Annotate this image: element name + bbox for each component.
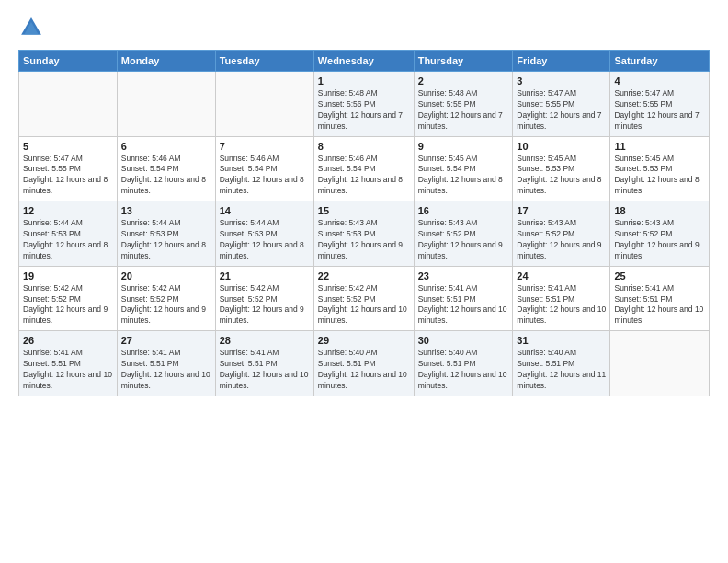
calendar-cell: 25Sunrise: 5:41 AMSunset: 5:51 PMDayligh…	[610, 266, 710, 331]
calendar-cell: 10Sunrise: 5:45 AMSunset: 5:53 PMDayligh…	[513, 136, 610, 201]
day-info: Sunrise: 5:47 AMSunset: 5:55 PMDaylight:…	[23, 154, 113, 198]
calendar-cell: 4Sunrise: 5:47 AMSunset: 5:55 PMDaylight…	[610, 72, 710, 137]
calendar-cell: 26Sunrise: 5:41 AMSunset: 5:51 PMDayligh…	[19, 331, 118, 396]
day-info: Sunrise: 5:41 AMSunset: 5:51 PMDaylight:…	[23, 348, 113, 392]
calendar-cell: 19Sunrise: 5:42 AMSunset: 5:52 PMDayligh…	[19, 266, 118, 331]
calendar-cell: 14Sunrise: 5:44 AMSunset: 5:53 PMDayligh…	[215, 201, 313, 267]
day-info: Sunrise: 5:46 AMSunset: 5:54 PMDaylight:…	[220, 154, 310, 198]
day-number: 30	[418, 335, 509, 346]
day-number: 25	[614, 270, 705, 282]
day-number: 2	[418, 75, 509, 86]
calendar-cell: 1Sunrise: 5:48 AMSunset: 5:56 PMDaylight…	[313, 72, 414, 137]
calendar-cell	[215, 72, 313, 137]
day-number: 13	[121, 205, 211, 216]
day-info: Sunrise: 5:43 AMSunset: 5:52 PMDaylight:…	[614, 218, 705, 262]
weekday-header: Monday	[117, 51, 215, 72]
day-info: Sunrise: 5:43 AMSunset: 5:52 PMDaylight:…	[517, 218, 606, 262]
calendar-week-row: 1Sunrise: 5:48 AMSunset: 5:56 PMDaylight…	[19, 72, 710, 137]
day-number: 22	[318, 270, 410, 282]
day-number: 10	[517, 141, 606, 152]
calendar-cell	[610, 331, 710, 396]
calendar-cell: 2Sunrise: 5:48 AMSunset: 5:55 PMDaylight…	[414, 72, 513, 137]
day-info: Sunrise: 5:40 AMSunset: 5:51 PMDaylight:…	[318, 348, 410, 392]
calendar-cell: 31Sunrise: 5:40 AMSunset: 5:51 PMDayligh…	[513, 331, 610, 396]
calendar-cell: 17Sunrise: 5:43 AMSunset: 5:52 PMDayligh…	[513, 201, 610, 267]
header	[18, 15, 710, 40]
calendar-week-row: 26Sunrise: 5:41 AMSunset: 5:51 PMDayligh…	[19, 331, 710, 396]
calendar-week-row: 12Sunrise: 5:44 AMSunset: 5:53 PMDayligh…	[19, 201, 710, 267]
day-info: Sunrise: 5:46 AMSunset: 5:54 PMDaylight:…	[121, 154, 211, 198]
day-number: 6	[121, 141, 211, 152]
calendar-cell: 15Sunrise: 5:43 AMSunset: 5:53 PMDayligh…	[313, 201, 414, 267]
calendar-table: SundayMondayTuesdayWednesdayThursdayFrid…	[18, 50, 710, 396]
calendar-cell: 18Sunrise: 5:43 AMSunset: 5:52 PMDayligh…	[610, 201, 710, 267]
day-number: 1	[318, 75, 410, 86]
day-number: 12	[23, 205, 113, 216]
day-number: 24	[517, 270, 606, 282]
day-number: 23	[418, 270, 509, 282]
day-number: 3	[517, 75, 606, 86]
day-info: Sunrise: 5:44 AMSunset: 5:53 PMDaylight:…	[121, 218, 211, 262]
day-info: Sunrise: 5:46 AMSunset: 5:54 PMDaylight:…	[318, 154, 410, 198]
calendar-cell: 6Sunrise: 5:46 AMSunset: 5:54 PMDaylight…	[117, 136, 215, 201]
day-info: Sunrise: 5:41 AMSunset: 5:51 PMDaylight:…	[121, 348, 211, 392]
day-info: Sunrise: 5:41 AMSunset: 5:51 PMDaylight:…	[517, 283, 606, 327]
day-number: 5	[23, 141, 113, 152]
weekday-header: Friday	[513, 51, 610, 72]
weekday-header: Tuesday	[215, 51, 313, 72]
day-number: 18	[614, 205, 705, 216]
weekday-header: Wednesday	[313, 51, 414, 72]
weekday-header: Sunday	[19, 51, 118, 72]
calendar-cell: 27Sunrise: 5:41 AMSunset: 5:51 PMDayligh…	[117, 331, 215, 396]
day-number: 29	[318, 335, 410, 346]
day-info: Sunrise: 5:44 AMSunset: 5:53 PMDaylight:…	[220, 218, 310, 262]
day-info: Sunrise: 5:44 AMSunset: 5:53 PMDaylight:…	[23, 218, 113, 262]
calendar-cell: 5Sunrise: 5:47 AMSunset: 5:55 PMDaylight…	[19, 136, 118, 201]
day-number: 27	[121, 335, 211, 346]
day-number: 4	[614, 75, 705, 86]
calendar-cell: 8Sunrise: 5:46 AMSunset: 5:54 PMDaylight…	[313, 136, 414, 201]
calendar-cell: 3Sunrise: 5:47 AMSunset: 5:55 PMDaylight…	[513, 72, 610, 137]
day-info: Sunrise: 5:47 AMSunset: 5:55 PMDaylight:…	[614, 88, 705, 132]
calendar-cell: 22Sunrise: 5:42 AMSunset: 5:52 PMDayligh…	[313, 266, 414, 331]
day-info: Sunrise: 5:45 AMSunset: 5:53 PMDaylight:…	[517, 154, 606, 198]
day-number: 31	[517, 335, 606, 346]
calendar-cell: 7Sunrise: 5:46 AMSunset: 5:54 PMDaylight…	[215, 136, 313, 201]
calendar-cell: 21Sunrise: 5:42 AMSunset: 5:52 PMDayligh…	[215, 266, 313, 331]
weekday-header: Thursday	[414, 51, 513, 72]
calendar-cell: 23Sunrise: 5:41 AMSunset: 5:51 PMDayligh…	[414, 266, 513, 331]
weekday-row: SundayMondayTuesdayWednesdayThursdayFrid…	[19, 51, 710, 72]
calendar-cell: 13Sunrise: 5:44 AMSunset: 5:53 PMDayligh…	[117, 201, 215, 267]
calendar-cell	[19, 72, 118, 137]
day-number: 19	[23, 270, 113, 282]
calendar-week-row: 19Sunrise: 5:42 AMSunset: 5:52 PMDayligh…	[19, 266, 710, 331]
day-info: Sunrise: 5:41 AMSunset: 5:51 PMDaylight:…	[418, 283, 509, 327]
day-number: 16	[418, 205, 509, 216]
calendar-cell: 16Sunrise: 5:43 AMSunset: 5:52 PMDayligh…	[414, 201, 513, 267]
calendar-cell: 20Sunrise: 5:42 AMSunset: 5:52 PMDayligh…	[117, 266, 215, 331]
calendar-cell: 9Sunrise: 5:45 AMSunset: 5:54 PMDaylight…	[414, 136, 513, 201]
calendar-header: SundayMondayTuesdayWednesdayThursdayFrid…	[19, 51, 710, 72]
day-number: 7	[220, 141, 310, 152]
day-number: 15	[318, 205, 410, 216]
calendar-week-row: 5Sunrise: 5:47 AMSunset: 5:55 PMDaylight…	[19, 136, 710, 201]
day-number: 9	[418, 141, 509, 152]
calendar-cell: 28Sunrise: 5:41 AMSunset: 5:51 PMDayligh…	[215, 331, 313, 396]
weekday-header: Saturday	[610, 51, 710, 72]
page: SundayMondayTuesdayWednesdayThursdayFrid…	[0, 0, 728, 563]
day-info: Sunrise: 5:48 AMSunset: 5:55 PMDaylight:…	[418, 88, 509, 132]
calendar-body: 1Sunrise: 5:48 AMSunset: 5:56 PMDaylight…	[19, 72, 710, 396]
day-number: 8	[318, 141, 410, 152]
day-info: Sunrise: 5:41 AMSunset: 5:51 PMDaylight:…	[614, 283, 705, 327]
day-number: 11	[614, 141, 705, 152]
day-info: Sunrise: 5:48 AMSunset: 5:56 PMDaylight:…	[318, 88, 410, 132]
day-info: Sunrise: 5:42 AMSunset: 5:52 PMDaylight:…	[318, 283, 410, 327]
day-number: 26	[23, 335, 113, 346]
day-number: 14	[220, 205, 310, 216]
day-info: Sunrise: 5:45 AMSunset: 5:53 PMDaylight:…	[614, 154, 705, 198]
day-number: 20	[121, 270, 211, 282]
day-info: Sunrise: 5:43 AMSunset: 5:53 PMDaylight:…	[318, 218, 410, 262]
calendar-cell: 29Sunrise: 5:40 AMSunset: 5:51 PMDayligh…	[313, 331, 414, 396]
calendar-cell: 11Sunrise: 5:45 AMSunset: 5:53 PMDayligh…	[610, 136, 710, 201]
day-number: 28	[220, 335, 310, 346]
